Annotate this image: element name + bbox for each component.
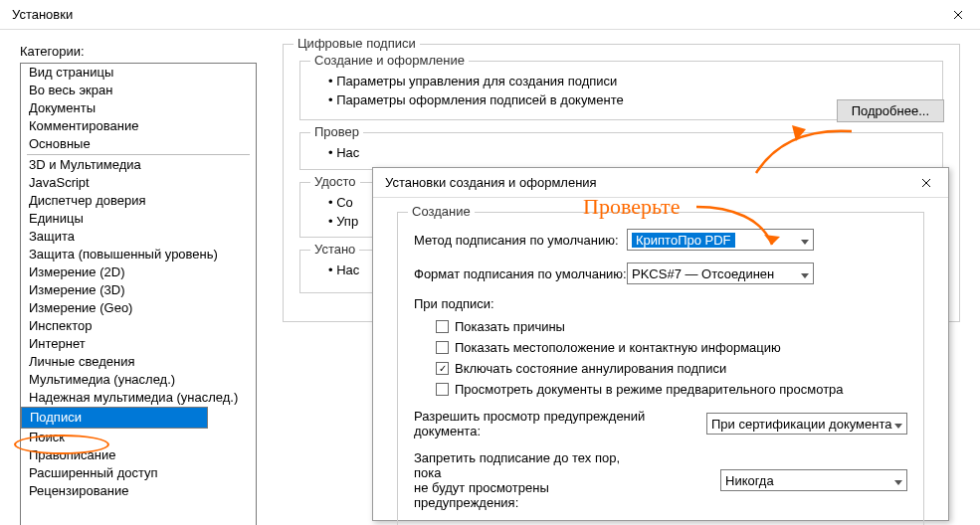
subgroup-title: Удосто <box>310 174 360 189</box>
sidebar-item[interactable]: Единицы <box>21 210 256 228</box>
sign-format-label: Формат подписания по умолчанию: <box>414 266 627 281</box>
sign-method-value: КриптоПро PDF <box>632 233 735 248</box>
warnings-value: При сертификации документа <box>711 417 891 432</box>
close-icon <box>953 10 963 20</box>
checkbox-show-reasons[interactable]: Показать причины <box>436 319 907 334</box>
sidebar-item[interactable]: JavaScript <box>21 174 256 192</box>
subgroup-title: Устано <box>310 242 359 257</box>
subgroup-title: Создание и оформление <box>310 53 469 68</box>
sidebar-item[interactable]: Инспектор <box>21 317 256 335</box>
sidebar-label: Категории: <box>20 44 257 59</box>
sidebar-item[interactable]: Основные <box>21 135 256 153</box>
subgroup-bullet: • Нас <box>314 143 928 162</box>
chevron-down-icon <box>894 417 902 432</box>
category-list[interactable]: Вид страницыВо весь экранДокументыКоммен… <box>20 63 257 525</box>
more-button[interactable]: Подробнее... <box>837 99 944 122</box>
forbid-value: Никогда <box>725 473 774 488</box>
category-separator <box>27 154 250 155</box>
checkbox-preview-mode[interactable]: Просмотреть документы в режиме предварит… <box>436 382 907 397</box>
sidebar-item[interactable]: 3D и Мультимедиа <box>21 156 256 174</box>
sign-format-value: PKCS#7 — Отсоединен <box>632 266 774 281</box>
sidebar-item[interactable]: Рецензирование <box>21 482 256 500</box>
sidebar-item[interactable]: Вид страницы <box>21 64 256 82</box>
sidebar-item[interactable]: Подписи <box>21 407 208 429</box>
warnings-label: Разрешить просмотр предупреждений докуме… <box>414 409 706 438</box>
sign-format-select[interactable]: PKCS#7 — Отсоединен <box>627 262 814 284</box>
sidebar-item[interactable]: Мультимедиа (унаслед.) <box>21 371 256 389</box>
checkbox-include-revocation[interactable]: Включать состояние аннулирования подписи <box>436 361 907 376</box>
sidebar-item[interactable]: Измерение (Geo) <box>21 299 256 317</box>
chevron-down-icon <box>894 473 902 488</box>
subgroup-bullet: • Параметры управления для создания подп… <box>314 72 928 90</box>
sidebar-item[interactable]: Расширенный доступ <box>21 464 256 482</box>
chevron-down-icon <box>801 233 809 248</box>
sidebar-item[interactable]: Защита (повышенный уровень) <box>21 246 256 263</box>
group-title: Цифровые подписи <box>294 36 420 51</box>
dialog-title: Установки создания и оформления <box>385 175 597 190</box>
group-creation: Создание Метод подписания по умолчанию: … <box>397 212 924 525</box>
chevron-down-icon <box>801 266 809 281</box>
sidebar-item[interactable]: Диспетчер доверия <box>21 192 256 210</box>
subgroup-title: Провер <box>310 124 363 139</box>
sidebar-item[interactable]: Измерение (3D) <box>21 281 256 299</box>
sidebar-item[interactable]: Надежная мультимедиа (унаслед.) <box>21 389 256 407</box>
sidebar-item[interactable]: Во весь экран <box>21 82 256 99</box>
close-button[interactable] <box>935 0 980 30</box>
forbid-select[interactable]: Никогда <box>720 469 907 491</box>
group-title: Создание <box>408 204 475 219</box>
sidebar-item[interactable]: Интернет <box>21 335 256 353</box>
sidebar-item[interactable]: Комментирование <box>21 117 256 135</box>
subgroup-verification-cut: Провер • Нас <box>299 132 943 170</box>
forbid-label: Запретить подписание до тех пор, пока не… <box>414 450 643 510</box>
window-title: Установки <box>12 7 73 22</box>
sidebar-item[interactable]: Защита <box>21 228 256 246</box>
annotation-ellipse <box>14 435 109 454</box>
checkbox-show-location[interactable]: Показать местоположение и контактную инф… <box>436 340 907 355</box>
window-titlebar: Установки <box>0 0 980 30</box>
sign-method-select[interactable]: КриптоПро PDF <box>627 229 814 251</box>
sidebar-item[interactable]: Документы <box>21 99 256 117</box>
sign-method-label: Метод подписания по умолчанию: <box>414 233 627 248</box>
close-icon <box>921 178 931 188</box>
dialog-close-button[interactable] <box>903 168 948 198</box>
sidebar-item[interactable]: Личные сведения <box>21 353 256 371</box>
sub-dialog: Установки создания и оформления Создание… <box>372 167 949 521</box>
warnings-select[interactable]: При сертификации документа <box>706 413 907 435</box>
annotation-text: Проверьте <box>583 194 681 220</box>
on-signing-label: При подписи: <box>414 296 907 311</box>
sidebar-item[interactable]: Измерение (2D) <box>21 263 256 281</box>
